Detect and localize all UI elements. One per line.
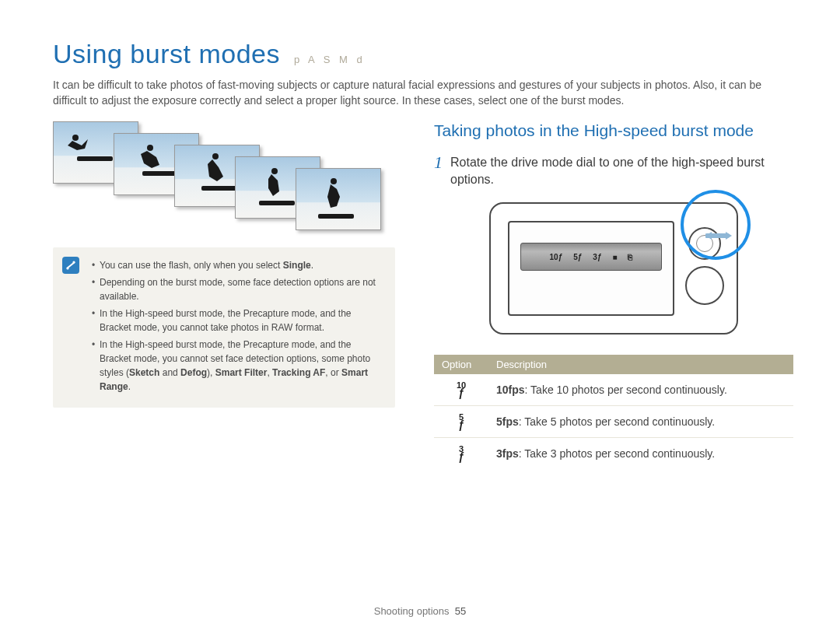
note-item-1: You can use the flash, only when you sel… xyxy=(92,258,383,272)
step-number: 1 xyxy=(434,154,443,189)
note-icon xyxy=(62,257,79,274)
svg-point-11 xyxy=(72,261,75,263)
svg-rect-9 xyxy=(318,214,354,219)
burst-10fps-icon: 10ƒ xyxy=(442,382,481,398)
option-desc-5fps: 5fps: Take 5 photos per second continuou… xyxy=(488,406,793,438)
camera-lcd: 10ƒ 5ƒ 3ƒ ■ ⎘ xyxy=(508,221,674,316)
svg-point-2 xyxy=(147,145,153,151)
footer-section-label: Shooting options xyxy=(374,605,450,617)
page-number: 55 xyxy=(455,605,466,617)
table-row: 10ƒ 10fps: Take 10 photos per second con… xyxy=(434,374,793,405)
option-desc-3fps: 3fps: Take 3 photos per second continuou… xyxy=(488,438,793,469)
page-footer: Shooting options 55 xyxy=(0,605,840,617)
burst-thumb-5 xyxy=(296,168,381,230)
table-row: 5ƒ 5fps: Take 5 photos per second contin… xyxy=(434,406,793,438)
svg-rect-3 xyxy=(142,171,178,176)
intro-paragraph: It can be difficult to take photos of fa… xyxy=(53,77,784,109)
section-title: Taking photos in the High-speed burst mo… xyxy=(434,121,793,140)
note-item-3: In the High-speed burst mode, the Precap… xyxy=(92,306,383,335)
dial-highlight-circle xyxy=(681,190,751,260)
svg-rect-1 xyxy=(77,156,113,161)
camera-illustration: 10ƒ 5ƒ 3ƒ ■ ⎘ xyxy=(489,202,738,335)
option-desc-10fps: 10fps: Take 10 photos per second continu… xyxy=(488,374,793,405)
mode-letters: p A S M d xyxy=(294,54,366,65)
burst-5fps-icon: 5ƒ xyxy=(442,414,481,429)
dial-arrow-icon xyxy=(705,232,732,240)
svg-rect-7 xyxy=(259,201,295,205)
svg-point-10 xyxy=(66,267,68,269)
svg-point-4 xyxy=(212,153,219,159)
svg-rect-5 xyxy=(201,186,237,191)
svg-point-0 xyxy=(72,135,79,141)
table-row: 3ƒ 3fps: Take 3 photos per second contin… xyxy=(434,438,793,469)
options-table: Option Description 10ƒ 10fps: Take 10 ph… xyxy=(434,355,793,469)
step-1: 1 Rotate the drive mode dial to one of t… xyxy=(434,154,793,189)
note-item-4: In the High-speed burst mode, the Precap… xyxy=(92,338,383,394)
svg-point-8 xyxy=(331,178,337,184)
options-header-description: Description xyxy=(488,355,793,374)
burst-thumbnail-strip xyxy=(53,121,395,230)
drive-mode-strip: 10ƒ 5ƒ 3ƒ ■ ⎘ xyxy=(520,243,662,271)
page-title: Using burst modes xyxy=(53,39,280,69)
step-text: Rotate the drive mode dial to one of the… xyxy=(450,154,793,189)
note-box: You can use the flash, only when you sel… xyxy=(53,247,395,408)
svg-point-6 xyxy=(271,168,278,174)
burst-3fps-icon: 3ƒ xyxy=(442,446,481,461)
control-wheel xyxy=(685,266,724,305)
note-item-2: Depending on the burst mode, some face d… xyxy=(92,275,383,303)
options-header-option: Option xyxy=(434,355,488,374)
